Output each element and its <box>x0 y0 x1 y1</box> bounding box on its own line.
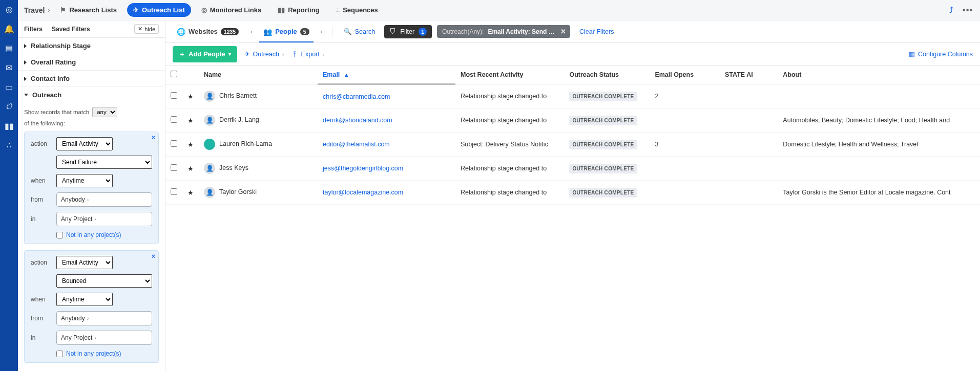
topnav-reporting[interactable]: ▮▮ Reporting <box>272 3 325 17</box>
outreach-action[interactable]: ✈ Outreach › <box>244 50 284 58</box>
filter-pill[interactable]: ⛉ Filter 1 <box>384 25 432 38</box>
org-icon[interactable]: ⛬ <box>4 140 14 150</box>
search-link[interactable]: 🔍 Search <box>340 28 380 35</box>
filters-tab-saved[interactable]: Saved Filters <box>52 26 90 33</box>
row-star-cell[interactable]: ★ <box>182 181 199 205</box>
row-ai-cell <box>720 84 778 108</box>
select-all-checkbox[interactable] <box>171 71 177 77</box>
row-name-cell[interactable]: 👤Chris Barnett <box>199 84 318 108</box>
filter-section-header[interactable]: Overall Rating <box>18 54 165 70</box>
table-row[interactable]: ★👤Taylor Gorskitaylor@localemagazine.com… <box>165 181 980 205</box>
row-star-cell[interactable]: ★ <box>182 157 199 181</box>
row-email-link[interactable]: jess@thegoldengirlblog.com <box>323 165 403 172</box>
column-header-activity[interactable]: Most Recent Activity <box>455 66 564 84</box>
not-in-project-label[interactable]: Not in any project(s) <box>66 350 121 357</box>
chevron-right-icon: › <box>87 197 89 203</box>
table-row[interactable]: ★Lauren Rich-Lamaeditor@thelamalist.comS… <box>165 133 980 157</box>
row-select-cell[interactable] <box>165 84 182 108</box>
subtab-websites[interactable]: 🌐 Websites 1235 <box>173 20 243 42</box>
topnav-label: Sequences <box>343 6 378 14</box>
subtabs-row: 🌐 Websites 1235 › 👥 People 5 › 🔍 Search <box>165 20 980 43</box>
filter-section-header[interactable]: Outreach <box>18 87 165 103</box>
topnav-sequences[interactable]: ≡ Sequences <box>330 3 384 17</box>
filter-section-header[interactable]: Contact Info <box>18 71 165 86</box>
column-header-state-ai[interactable]: STATE AI <box>720 66 778 84</box>
hide-filters-button[interactable]: ✕ hide <box>134 24 159 34</box>
configure-columns-link[interactable]: ▥ Configure Columns <box>909 50 973 58</box>
applied-filter-chip[interactable]: Outreach(Any): Email Activity: Send Fail… <box>437 25 570 38</box>
export-action[interactable]: ⭱ Export › <box>291 51 325 58</box>
row-select-cell[interactable] <box>165 133 182 157</box>
column-header-email[interactable]: Email ▲ <box>318 66 455 84</box>
topnav-outreach-list[interactable]: ✈ Outreach List <box>127 3 191 17</box>
row-star-cell[interactable]: ★ <box>182 108 199 133</box>
breadcrumb-root[interactable]: Travel › <box>24 6 50 14</box>
chevron-down-icon: ▾ <box>228 51 231 57</box>
row-name-cell[interactable]: 👤Derrik J. Lang <box>199 108 318 133</box>
book-icon[interactable]: ▭ <box>4 82 14 92</box>
row-select-checkbox[interactable] <box>171 92 177 99</box>
row-email-link[interactable]: derrik@shondaland.com <box>323 117 392 124</box>
logo-icon[interactable]: ◎ <box>4 4 14 14</box>
row-email-link[interactable]: chris@cbarnmedia.com <box>323 93 390 100</box>
row-name-cell[interactable]: Lauren Rich-Lama <box>199 133 318 157</box>
row-opens-cell <box>650 157 720 181</box>
table-row[interactable]: ★👤Jess Keysjess@thegoldengirlblog.comRel… <box>165 157 980 181</box>
when-select[interactable]: Anytime <box>56 174 113 187</box>
not-in-project-checkbox[interactable] <box>56 351 63 357</box>
add-condition-link[interactable]: ＋ Add another condition... <box>24 369 159 371</box>
more-menu-button[interactable]: ••• <box>962 4 974 16</box>
in-picker[interactable]: Any Project › <box>56 212 152 226</box>
table-row[interactable]: ★👤Derrik J. Langderrik@shondaland.comRel… <box>165 108 980 133</box>
column-header-status[interactable]: Outreach Status <box>564 66 650 84</box>
action-subtype-select[interactable]: Bounced <box>56 274 152 288</box>
action-type-select[interactable]: Email Activity <box>56 137 113 150</box>
row-star-cell[interactable]: ★ <box>182 133 199 157</box>
action-type-select[interactable]: Email Activity <box>56 256 113 269</box>
column-header-name[interactable]: Name <box>199 66 318 84</box>
not-in-project-label[interactable]: Not in any project(s) <box>66 231 121 238</box>
filter-section-header[interactable]: Relationship Stage <box>18 38 165 54</box>
topnav-label: Reporting <box>288 6 319 14</box>
chart-icon[interactable]: ▮▮ <box>4 121 14 131</box>
clear-filters-link[interactable]: Clear Filters <box>575 28 618 35</box>
row-name-cell[interactable]: 👤Taylor Gorski <box>199 181 318 205</box>
close-icon[interactable]: ✕ <box>560 28 566 35</box>
bell-icon[interactable]: 🔔 <box>4 24 14 34</box>
row-select-cell[interactable] <box>165 181 182 205</box>
inbox-icon[interactable]: ✉ <box>4 62 14 73</box>
row-select-checkbox[interactable] <box>171 188 177 195</box>
row-select-checkbox[interactable] <box>171 140 177 147</box>
when-select[interactable]: Anytime <box>56 293 113 306</box>
link-icon[interactable]: 𝓞 <box>4 101 14 112</box>
filters-tab-filters[interactable]: Filters <box>24 26 43 33</box>
row-select-cell[interactable] <box>165 157 182 181</box>
subtab-people[interactable]: 👥 People 5 <box>259 20 313 42</box>
from-picker[interactable]: Anybody › <box>56 311 152 325</box>
column-header-opens[interactable]: Email Opens <box>650 66 720 84</box>
list-icon[interactable]: ▤ <box>4 43 14 53</box>
from-picker[interactable]: Anybody › <box>56 192 152 207</box>
row-name-cell[interactable]: 👤Jess Keys <box>199 157 318 181</box>
column-header-about[interactable]: About <box>778 66 980 84</box>
not-in-project-checkbox[interactable] <box>56 232 63 238</box>
row-email-link[interactable]: taylor@localemagazine.com <box>323 189 403 196</box>
row-email-link[interactable]: editor@thelamalist.com <box>323 141 390 148</box>
add-people-button[interactable]: ＋ Add People ▾ <box>173 46 237 62</box>
topnav-research-lists[interactable]: ⚑ Research Lists <box>54 3 123 17</box>
row-star-cell[interactable]: ★ <box>182 84 199 108</box>
table-row[interactable]: ★👤Chris Barnettchris@cbarnmedia.comRelat… <box>165 84 980 108</box>
row-select-cell[interactable] <box>165 108 182 133</box>
row-select-checkbox[interactable] <box>171 116 177 123</box>
row-select-checkbox[interactable] <box>171 164 177 171</box>
remove-condition-button[interactable]: × <box>152 134 155 141</box>
table-wrap[interactable]: Name Email ▲ Most Recent Activity Outrea… <box>165 66 980 371</box>
filter-section-overall-rating: Overall Rating <box>18 54 165 71</box>
in-picker[interactable]: Any Project › <box>56 331 152 345</box>
upload-button[interactable]: ⤴ <box>945 4 957 16</box>
topnav-monitored-links[interactable]: ◎ Monitored Links <box>195 3 267 17</box>
select-all-header[interactable] <box>165 66 182 84</box>
match-select[interactable]: any <box>92 107 117 117</box>
remove-condition-button[interactable]: × <box>152 253 155 260</box>
action-subtype-select[interactable]: Send Failure <box>56 156 152 169</box>
